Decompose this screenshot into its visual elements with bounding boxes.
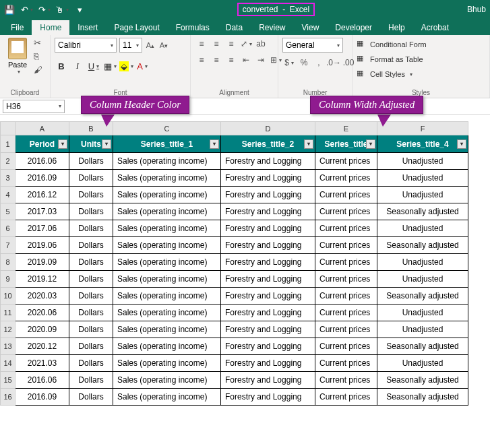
- tab-page-layout[interactable]: Page Layout: [106, 20, 167, 35]
- cell-series2[interactable]: Forestry and Logging: [221, 372, 315, 389]
- align-center-icon[interactable]: ≡: [210, 54, 223, 66]
- cell-series3[interactable]: Current prices: [315, 321, 377, 338]
- row-header[interactable]: 7: [1, 237, 16, 254]
- cell-period[interactable]: 2019.06: [16, 237, 69, 254]
- redo-icon[interactable]: ↷▾: [39, 4, 50, 15]
- cell-series2[interactable]: Forestry and Logging: [221, 338, 315, 355]
- cell-series1[interactable]: Sales (operating income): [113, 203, 221, 220]
- cell-units[interactable]: Dollars: [69, 254, 113, 271]
- undo-icon[interactable]: ↶▾: [22, 4, 32, 15]
- cell-series2[interactable]: Forestry and Logging: [221, 355, 315, 372]
- cell-period[interactable]: 2016.06: [16, 372, 69, 389]
- cell-period[interactable]: 2016.12: [16, 187, 69, 203]
- row-header[interactable]: 8: [1, 254, 16, 271]
- cell-units[interactable]: Dollars: [69, 288, 113, 305]
- cell-units[interactable]: Dollars: [69, 220, 113, 237]
- cell-series4[interactable]: Unadjusted: [377, 153, 468, 170]
- row-header[interactable]: 6: [1, 220, 16, 237]
- cell-series1[interactable]: Sales (operating income): [113, 288, 221, 305]
- increase-decimal-icon[interactable]: .0→: [327, 57, 340, 69]
- cell-period[interactable]: 2017.06: [16, 220, 69, 237]
- row-header[interactable]: 9: [1, 271, 16, 288]
- cell-series3[interactable]: Current prices: [315, 372, 377, 389]
- cell-series4[interactable]: Seasonally adjusted: [377, 203, 468, 220]
- cell-series3[interactable]: Current prices: [315, 288, 377, 305]
- cell-styles-button[interactable]: ▦Cell Styles▾: [357, 67, 412, 81]
- conditional-formatting-button[interactable]: ▦Conditional Form: [357, 38, 427, 51]
- header-series1[interactable]: Series_title_1▾: [113, 135, 221, 153]
- cell-period[interactable]: 2017.03: [16, 203, 69, 220]
- header-units[interactable]: Units▾: [69, 135, 113, 153]
- align-right-icon[interactable]: ≡: [224, 54, 238, 66]
- cell-series2[interactable]: Forestry and Logging: [221, 220, 315, 237]
- cell-series1[interactable]: Sales (operating income): [113, 271, 221, 288]
- cell-series1[interactable]: Sales (operating income): [113, 254, 221, 271]
- accounting-format-icon[interactable]: $▾: [282, 57, 296, 69]
- cell-units[interactable]: Dollars: [69, 170, 113, 187]
- tab-formulas[interactable]: Formulas: [168, 20, 218, 35]
- cell-series3[interactable]: Current prices: [315, 389, 377, 406]
- align-left-icon[interactable]: ≡: [195, 54, 208, 66]
- cell-series1[interactable]: Sales (operating income): [113, 338, 221, 355]
- col-header-c[interactable]: C: [113, 122, 221, 135]
- header-series3[interactable]: Series_title▾: [315, 135, 377, 153]
- cell-series2[interactable]: Forestry and Logging: [221, 237, 315, 254]
- touch-mode-icon[interactable]: 🖱▾: [57, 4, 67, 15]
- filter-icon[interactable]: ▾: [457, 139, 466, 149]
- increase-indent-icon[interactable]: ⇥: [254, 54, 268, 66]
- tab-developer[interactable]: Developer: [327, 20, 380, 35]
- cell-series3[interactable]: Current prices: [315, 355, 377, 372]
- row-header[interactable]: 12: [1, 321, 16, 338]
- cell-series4[interactable]: Unadjusted: [377, 271, 468, 288]
- header-period[interactable]: Period▾: [16, 135, 69, 153]
- cell-series3[interactable]: Current prices: [315, 220, 377, 237]
- format-painter-icon[interactable]: 🖌: [34, 65, 46, 75]
- row-header[interactable]: 3: [1, 170, 16, 187]
- tab-review[interactable]: Review: [251, 20, 293, 35]
- cell-series2[interactable]: Forestry and Logging: [221, 321, 315, 338]
- cell-series1[interactable]: Sales (operating income): [113, 321, 221, 338]
- cell-series4[interactable]: Seasonally adjusted: [377, 372, 468, 389]
- tab-file[interactable]: File: [3, 20, 32, 35]
- col-header-a[interactable]: A: [16, 122, 69, 135]
- cell-series3[interactable]: Current prices: [315, 170, 377, 187]
- header-series4[interactable]: Series_title_4▾: [377, 135, 468, 153]
- cell-period[interactable]: 2019.09: [16, 254, 69, 271]
- cell-period[interactable]: 2021.03: [16, 355, 69, 372]
- header-series2[interactable]: Series_title_2▾: [221, 135, 315, 153]
- tab-data[interactable]: Data: [218, 20, 251, 35]
- row-header[interactable]: 4: [1, 187, 16, 203]
- cell-series1[interactable]: Sales (operating income): [113, 305, 221, 321]
- select-all-corner[interactable]: [1, 122, 16, 135]
- cell-series1[interactable]: Sales (operating income): [113, 187, 221, 203]
- cell-units[interactable]: Dollars: [69, 355, 113, 372]
- cell-series3[interactable]: Current prices: [315, 203, 377, 220]
- save-icon[interactable]: 💾: [4, 4, 15, 15]
- row-header[interactable]: 2: [1, 153, 16, 170]
- cell-units[interactable]: Dollars: [69, 237, 113, 254]
- bold-button[interactable]: B: [55, 59, 68, 73]
- filter-icon[interactable]: ▾: [210, 139, 219, 149]
- tab-home[interactable]: Home: [32, 20, 69, 35]
- cell-series4[interactable]: Unadjusted: [377, 254, 468, 271]
- increase-font-icon[interactable]: A▴: [145, 38, 156, 53]
- cell-series4[interactable]: Seasonally adjusted: [377, 389, 468, 406]
- filter-icon[interactable]: ▾: [304, 139, 313, 149]
- row-header[interactable]: 16: [1, 389, 16, 406]
- cell-period[interactable]: 2020.06: [16, 305, 69, 321]
- cut-icon[interactable]: ✂: [34, 38, 46, 49]
- cell-series2[interactable]: Forestry and Logging: [221, 305, 315, 321]
- row-header[interactable]: 13: [1, 338, 16, 355]
- cell-units[interactable]: Dollars: [69, 321, 113, 338]
- cell-units[interactable]: Dollars: [69, 389, 113, 406]
- cell-series4[interactable]: Unadjusted: [377, 321, 468, 338]
- row-header[interactable]: 10: [1, 288, 16, 305]
- filter-icon[interactable]: ▾: [366, 139, 375, 149]
- cell-series1[interactable]: Sales (operating income): [113, 170, 221, 187]
- filter-icon[interactable]: ▾: [102, 139, 111, 149]
- cell-period[interactable]: 2020.09: [16, 321, 69, 338]
- cell-units[interactable]: Dollars: [69, 187, 113, 203]
- wrap-text-icon[interactable]: ab: [254, 38, 268, 50]
- row-header[interactable]: 1: [1, 135, 16, 153]
- cell-period[interactable]: 2020.03: [16, 288, 69, 305]
